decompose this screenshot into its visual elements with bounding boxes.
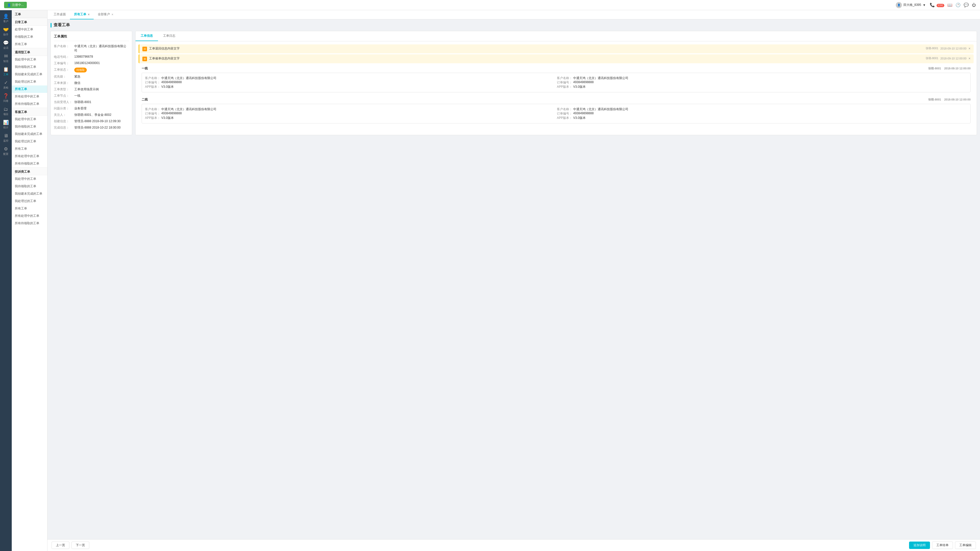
sidebar-item-cs-my-incomplete[interactable]: 我创建未完成的工单 (12, 130, 47, 138)
attr-label-type: 工单类型： (54, 87, 74, 92)
sidebar-item-all-orders-daily[interactable]: 所有工单 (12, 41, 47, 48)
sidebar-item-cs-my-pending[interactable]: 我待领取的工单 (12, 123, 47, 130)
sidebar-item-cpl-my-processed[interactable]: 我处理过的工单 (12, 197, 47, 205)
sidebar-item-workorder[interactable]: 📋 工单 (1, 65, 11, 78)
attr-value-completed: 管理员-8888 2018-10-22 18:00:00 (74, 125, 129, 130)
sidebar-item-project[interactable]: 🗂 项目 (1, 105, 11, 118)
topbar-left: 👤 注册中... (4, 2, 27, 8)
sidebar-item-pending-pickup[interactable]: 待领取的工单 (12, 33, 47, 41)
sidebar-item-cpl-all-processing[interactable]: 所有处理中的工单 (12, 212, 47, 220)
sidebar-item-cpl-my-processing[interactable]: 我处理中的工单 (12, 175, 47, 183)
sidebar-item-cpl-my-pending[interactable]: 我待领取的工单 (12, 183, 47, 190)
data-item-app-line2-left: APP版本： V3.0版本 (145, 116, 555, 120)
info-tab-info[interactable]: 工单信息 (135, 31, 158, 41)
msg-time-reminder: 2018-09-10 12:00:00 (940, 57, 966, 60)
settings-icon: ⚙ (4, 146, 8, 152)
sidebar: 工单 日常工单 处理中的工单 待领取的工单 所有工单 通用型工单 我处理中的工单… (12, 10, 48, 551)
sidebar-item-cs-all-pending[interactable]: 所有待领取的工单 (12, 160, 47, 167)
sidebar-item-my-incomplete[interactable]: 我创建未完成的工单 (12, 71, 47, 78)
data-item-order-line1-right: 订单编号： 493849898888 (557, 80, 967, 85)
status-badge: 待领取 (74, 68, 87, 73)
sidebar-item-assistant[interactable]: 🤝 助手 (1, 25, 11, 38)
data-item-customer-line1-right: 客户名称： 中通天鸿（北京）通讯科技股份有限公司 (557, 76, 967, 80)
prev-button[interactable]: 上一页 (52, 541, 69, 549)
attr-row-phone: 电话号码： 13980796678 (54, 55, 129, 59)
topbar-icons: 📞 8395 📖 🕐 💬 ⏻ (930, 3, 976, 7)
msg-close-reply[interactable]: × (969, 46, 970, 51)
user-info[interactable]: 👤 田大格_8395 ▼ (896, 2, 926, 8)
edit-button[interactable]: 工单编辑 (955, 541, 976, 549)
msg-text-reply: 工单退回信息内容文字 (149, 46, 924, 51)
sidebar-item-customer[interactable]: 👤 客户 (1, 12, 11, 24)
attr-row-created: 创建信息： 管理员-8888 2018-09-10 12:09:30 (54, 119, 129, 124)
msg-meta-reminder: 张萌-8001 2018-09-10 12:00:00 (926, 56, 966, 60)
attr-row-completed: 完成信息： 管理员-8888 2018-10-22 18:00:00 (54, 125, 129, 130)
sidebar-item-cs-my-processing[interactable]: 我处理中的工单 (12, 116, 47, 123)
sidebar-item-cpl-all-pending[interactable]: 所有待领取的工单 (12, 220, 47, 227)
tab-close-all-orders[interactable]: × (88, 13, 89, 16)
action-bar-right: 追加说明 工单转单 工单编辑 (909, 541, 976, 549)
attr-label-priority: 优先级： (54, 75, 74, 79)
page-content: 查看工单 工单属性 客户名称： 中通天鸿（北京）通讯科技股份有限公司 电话号码：… (48, 19, 980, 539)
info-content: 回 工单退回信息内容文字 张萌-8001 2018-09-10 12:00:00… (135, 41, 977, 135)
user-name: 田大格_8395 (904, 3, 921, 7)
register-button[interactable]: 👤 注册中... (4, 2, 27, 8)
next-button[interactable]: 下一页 (72, 541, 89, 549)
sidebar-item-my-processing[interactable]: 我处理中的工单 (12, 56, 47, 63)
book-icon[interactable]: 📖 (947, 3, 953, 7)
clock-icon[interactable]: 🕐 (956, 3, 961, 7)
sidebar-item-all-processing-general[interactable]: 所有处理中的工单 (12, 93, 47, 100)
attr-row-status: 工单状态： 待领取 (54, 68, 129, 73)
sidebar-item-quality[interactable]: ✓ 质检 (1, 79, 11, 91)
data-value-customer-line2-left: 中通天鸿（北京）通讯科技股份有限公司 (161, 107, 216, 111)
data-item-app-line2-right: APP版本： V3.0版本 (557, 116, 967, 120)
info-tab-log[interactable]: 工单日志 (158, 31, 180, 41)
sidebar-item-my-pending[interactable]: 我待领取的工单 (12, 63, 47, 71)
tab-all-customers[interactable]: 全部客户 × (94, 10, 118, 19)
section-meta-line2: 张萌-8001 2018-08-10 12:00:00 (928, 98, 970, 102)
data-value-app-line2-right: V3.0版本 (573, 116, 586, 120)
action-bar-left: 上一页 下一页 (52, 541, 89, 549)
sidebar-item-cs-my-processed[interactable]: 我处理过的工单 (12, 138, 47, 145)
attr-value-priority: 紧急 (74, 75, 129, 79)
sidebar-item-my-processed[interactable]: 我处理过的工单 (12, 78, 47, 86)
sidebar-item-all-general[interactable]: 所有工单 (12, 86, 47, 93)
tab-desktop[interactable]: 工作桌面 (49, 10, 70, 19)
data-card-line1: 客户名称： 中通天鸿（北京）通讯科技股份有限公司 订单编号： 493849898… (142, 73, 970, 92)
sidebar-daily-section: 日常工单 (12, 18, 47, 26)
sidebar-item-monitor[interactable]: 🖥 监控 (1, 132, 11, 144)
power-icon[interactable]: ⏻ (972, 3, 976, 7)
data-value-customer-line1-left: 中通天鸿（北京）通讯科技股份有限公司 (161, 76, 216, 80)
sidebar-item-chat[interactable]: 💬 会话 (1, 39, 11, 51)
data-value-app-line1-right: V3.0版本 (573, 85, 586, 89)
sidebar-item-sms[interactable]: ✉ 短信 (1, 52, 11, 64)
sidebar-item-cpl-all[interactable]: 所有工单 (12, 205, 47, 212)
msg-close-reminder[interactable]: × (969, 56, 970, 60)
transfer-button[interactable]: 工单转单 (932, 541, 953, 549)
assistant-icon: 🤝 (3, 27, 9, 32)
message-icon[interactable]: 💬 (964, 3, 969, 7)
attr-row-type: 工单类型： 工单使用场景示例 (54, 87, 129, 92)
tab-all-orders[interactable]: 所有工单 × (70, 10, 94, 19)
sidebar-item-all-pending-general[interactable]: 所有待领取的工单 (12, 100, 47, 108)
tab-close-all-customers[interactable]: × (111, 13, 113, 16)
attr-label-handler: 当前受理人： (54, 100, 74, 104)
sidebar-item-settings[interactable]: ⚙ 配置 (1, 145, 11, 157)
msg-card-reply: 回 工单退回信息内容文字 张萌-8001 2018-09-10 12:00:00… (138, 44, 974, 53)
data-card-grid-line1: 客户名称： 中通天鸿（北京）通讯科技股份有限公司 订单编号： 493849898… (145, 76, 967, 89)
data-value-customer-line2-right: 中通天鸿（北京）通讯科技股份有限公司 (573, 107, 628, 111)
sidebar-item-cpl-my-incomplete[interactable]: 我创建未完成的工单 (12, 190, 47, 197)
sidebar-item-processing[interactable]: 处理中的工单 (12, 26, 47, 33)
sidebar-item-cs-all-processing[interactable]: 所有处理中的工单 (12, 152, 47, 160)
data-item-order-line1-left: 订单编号： 493849898888 (145, 80, 555, 85)
attr-value-category: 业务受理 (74, 106, 129, 111)
sidebar-item-stats[interactable]: 📊 统计 (1, 118, 11, 130)
sidebar-item-question[interactable]: ❓ 问卷 (1, 92, 11, 104)
sidebar-item-cs-all[interactable]: 所有工单 (12, 145, 47, 152)
icon-nav: 👤 客户 🤝 助手 💬 会话 ✉ 短信 📋 工单 ✓ 质检 ❓ 问卷 🗂 (0, 10, 12, 551)
attr-value-ordernum: 166180124000001 (74, 61, 129, 65)
section-title-line1: 一线 (142, 66, 148, 71)
phone-icon[interactable]: 📞 8395 (930, 3, 944, 7)
add-note-button[interactable]: 追加说明 (909, 541, 930, 549)
data-value-order-line2-right: 493849898888 (573, 111, 593, 116)
